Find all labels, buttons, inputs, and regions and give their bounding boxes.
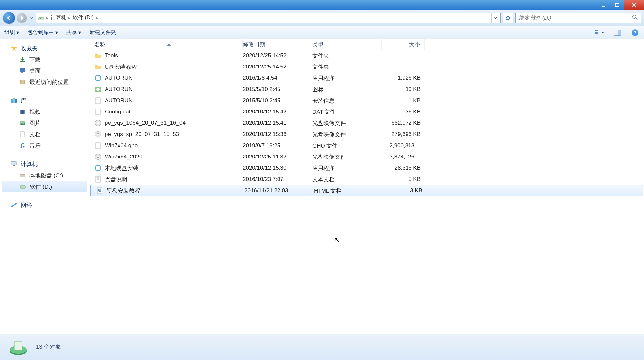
search-box[interactable] — [515, 13, 641, 23]
sidebar-network-header[interactable]: 网络 — [0, 200, 89, 211]
organize-menu[interactable]: 组织 ▾ — [4, 29, 19, 36]
file-row[interactable]: Config.dat2020/10/12 15:42DAT 文件36 KB — [89, 106, 644, 117]
svg-rect-36 — [20, 174, 25, 177]
minimize-button[interactable] — [596, 0, 610, 10]
include-menu[interactable]: 包含到库中 ▾ — [27, 29, 58, 36]
sidebar-computer-header[interactable]: 计算机 — [0, 158, 89, 170]
newfolder-label: 新建文件夹 — [90, 29, 116, 36]
share-menu[interactable]: 共享 ▾ — [66, 29, 81, 36]
svg-line-7 — [636, 18, 637, 20]
sidebar-item-label: 下载 — [29, 56, 41, 64]
forward-button[interactable] — [17, 13, 27, 23]
network-icon — [10, 202, 18, 209]
sidebar-label: 收藏夹 — [21, 45, 38, 52]
file-type: 光盘映像文件 — [312, 119, 382, 127]
status-bar: 13 个对象 — [0, 334, 644, 360]
sidebar-favorites-header[interactable]: 收藏夹 — [0, 43, 89, 54]
preview-pane-button[interactable] — [613, 28, 622, 37]
sidebar-item-drive-c[interactable]: 本地磁盘 (C:) — [0, 170, 89, 181]
column-label: 修改日期 — [243, 41, 265, 48]
file-list[interactable]: ↖ Tools2020/12/25 14:52文件夹U盘安装教程2020/12/… — [89, 50, 644, 334]
sidebar-item-videos[interactable]: 视频 — [0, 106, 89, 117]
file-row[interactable]: 本地硬盘安装2020/10/12 15:30应用程序28,315 KB — [89, 162, 644, 174]
titlebar — [0, 0, 644, 10]
file-row[interactable]: U盘安装教程2020/12/25 14:52文件夹 — [89, 61, 644, 72]
history-dropdown[interactable] — [29, 12, 34, 24]
svg-point-6 — [633, 15, 636, 18]
close-button[interactable] — [624, 0, 644, 10]
sidebar-item-documents[interactable]: 文档 — [0, 129, 89, 140]
svg-rect-5 — [40, 18, 41, 19]
file-name: Win7x64_2020 — [105, 154, 142, 160]
file-row[interactable]: AUTORUN2015/5/10 2:45图标10 KB — [89, 84, 644, 95]
breadcrumb-segment[interactable]: 软件 (D:) — [71, 13, 95, 23]
new-folder-button[interactable]: 新建文件夹 — [90, 29, 116, 36]
pictures-icon — [19, 119, 26, 127]
file-type: 图标 — [312, 86, 382, 93]
file-date: 2019/9/7 19:25 — [243, 142, 312, 149]
help-button[interactable]: ? — [630, 28, 640, 37]
file-date: 2016/1/8 4:54 — [243, 75, 312, 81]
column-header-name[interactable]: 名称 — [89, 39, 243, 50]
column-label: 名称 — [94, 41, 106, 48]
file-type: 文本文档 — [312, 176, 382, 183]
video-icon — [19, 108, 26, 115]
file-name: 本地硬盘安装 — [105, 164, 139, 172]
desktop-icon — [19, 67, 26, 74]
address-dropdown[interactable] — [491, 13, 499, 23]
column-label: 大小 — [409, 41, 420, 48]
libraries-icon — [10, 97, 18, 104]
sidebar-item-music[interactable]: 音乐 — [0, 140, 89, 151]
column-header-size[interactable]: 大小 — [382, 39, 425, 50]
status-text: 13 个对象 — [36, 343, 61, 351]
sidebar-item-drive-d[interactable]: 软件 (D:) — [2, 181, 87, 192]
file-size: 2,900,813 ... — [382, 142, 425, 149]
svg-text:?: ? — [633, 30, 636, 35]
sidebar-item-desktop[interactable]: 桌面 — [0, 65, 89, 76]
back-button[interactable] — [3, 12, 15, 24]
svg-rect-34 — [11, 161, 16, 165]
svg-rect-25 — [24, 110, 25, 114]
file-type-icon — [94, 52, 102, 59]
sidebar-item-downloads[interactable]: 下载 — [0, 54, 89, 65]
svg-rect-35 — [13, 165, 15, 166]
refresh-button[interactable] — [503, 13, 513, 23]
file-row[interactable]: pe_yqs_1064_20_07_31_16_042020/10/12 15:… — [89, 117, 644, 129]
file-row[interactable]: 硬盘安装教程2016/11/21 22:03HTML 文档3 KB — [90, 185, 643, 196]
file-size: 36 KB — [382, 109, 425, 115]
file-row[interactable]: pe_yqs_xp_20_07_31_15_532020/10/12 15:36… — [89, 129, 644, 140]
svg-rect-18 — [21, 72, 23, 73]
sidebar-libraries-header[interactable]: 库 — [0, 95, 89, 106]
file-size: 5 KB — [382, 176, 425, 183]
svg-rect-10 — [595, 33, 598, 34]
file-type-icon — [94, 176, 102, 183]
svg-rect-67 — [14, 342, 22, 350]
file-row[interactable]: Win7x64_20202020/12/25 11:32光盘映像文件3,874,… — [89, 151, 644, 162]
sidebar-item-pictures[interactable]: 图片 — [0, 117, 89, 129]
file-type: 文件夹 — [312, 52, 382, 60]
file-row[interactable]: Win7x64.gho2019/9/7 19:25GHO 文件2,900,813… — [89, 140, 644, 151]
file-type: HTML 文档 — [314, 187, 383, 195]
svg-rect-8 — [595, 30, 598, 31]
file-list-pane: 名称 修改日期 类型 大小 ↖ Tools2020/12/25 14:52文件夹… — [89, 39, 644, 334]
file-row[interactable]: Tools2020/12/25 14:52文件夹 — [89, 50, 644, 61]
address-bar[interactable]: ▸ 计算机 ▸ 软件 (D:) ▸ — [36, 13, 501, 23]
column-headers: 名称 修改日期 类型 大小 — [89, 39, 644, 50]
column-header-type[interactable]: 类型 — [312, 39, 382, 50]
search-input[interactable] — [518, 15, 632, 21]
sidebar-item-recent[interactable]: 最近访问的位置 — [0, 76, 89, 88]
drive-icon — [19, 172, 26, 179]
column-header-date[interactable]: 修改日期 — [243, 39, 312, 50]
drive-icon — [19, 183, 26, 190]
view-menu[interactable]: ▾ — [595, 28, 604, 37]
navigation-row: ▸ 计算机 ▸ 软件 (D:) ▸ — [0, 10, 644, 26]
svg-rect-37 — [20, 186, 25, 188]
maximize-button[interactable] — [610, 0, 624, 10]
file-row[interactable]: AUTORUN2016/1/8 4:54应用程序1,926 KB — [89, 72, 644, 84]
file-row[interactable]: 光盘说明2016/10/23 7:07文本文档5 KB — [89, 174, 644, 185]
file-row[interactable]: AUTORUN2015/5/10 2:45安装信息1 KB — [89, 95, 644, 106]
svg-marker-15 — [11, 45, 17, 51]
sidebar-item-label: 软件 (D:) — [30, 183, 52, 191]
file-size: 3,874,126 ... — [382, 154, 425, 160]
breadcrumb-segment[interactable]: 计算机 — [49, 13, 67, 23]
